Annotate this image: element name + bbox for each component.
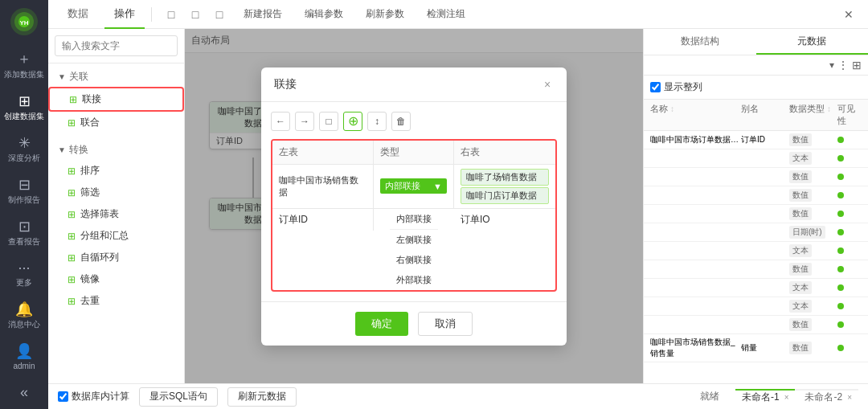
edit-params-button[interactable]: 编辑参数 xyxy=(297,4,351,25)
type-option-left[interactable]: 左侧联接 xyxy=(390,230,438,250)
modal-title: 联接 xyxy=(274,77,297,92)
join-cell-left-2: 订单ID xyxy=(272,209,374,231)
settings-icon[interactable]: ⋮ xyxy=(837,59,849,72)
right-table-option-1[interactable]: 咖啡了场销售数据 xyxy=(461,169,549,186)
view-report-icon: ⊡ xyxy=(18,218,31,235)
sidebar-item-view-report[interactable]: ⊡ 查看报告 xyxy=(0,211,48,253)
join-type-selected-1: 内部联接 xyxy=(385,180,420,192)
tab-action[interactable]: 操作 xyxy=(104,0,145,29)
modal-toolbar-forward[interactable]: → xyxy=(295,112,314,131)
bottom-bar: 数据库内计算 显示SQL语句 刷新元数据 就绪 未命名-1 × 未命名-2 × xyxy=(48,383,868,409)
icon-btn-3[interactable]: □ xyxy=(210,5,229,24)
left-panel: ▼ 关联 ⊞ 联接 ⊞ 联合 ▼ 转换 xyxy=(48,29,185,383)
db-compute-check[interactable] xyxy=(58,391,68,402)
col-type-7: 文本 xyxy=(789,244,837,257)
tab-2-close-icon[interactable]: × xyxy=(847,393,852,402)
sidebar-item-notification[interactable]: 🔔 消息中心 xyxy=(0,294,48,336)
sidebar-item-deep-analysis[interactable]: ✳ 深度分析 xyxy=(0,128,48,170)
filter-item[interactable]: ⊞ 筛选 xyxy=(48,182,184,203)
type-option-inner[interactable]: 内部联接 xyxy=(390,209,438,230)
modal-toolbar-swap[interactable]: ↕ xyxy=(367,112,387,131)
join-table: 左表 类型 右表 咖啡中国市场销售数据 内部联接 xyxy=(271,139,557,292)
col-type-8: 数值 xyxy=(789,263,837,276)
col-visible-4 xyxy=(837,190,862,200)
self-loop-item[interactable]: ⊞ 自循环列 xyxy=(48,247,184,268)
tab-metadata[interactable]: 元数据 xyxy=(756,29,869,55)
col-name-1: 咖啡中国市场订单数据_订单ID xyxy=(650,134,741,145)
main-area: 数据 操作 □ □ □ 新建报告 编辑参数 刷新参数 检测注组 xyxy=(48,0,868,409)
refresh-params-button[interactable]: 刷新参数 xyxy=(358,4,412,25)
join-cell-type-1[interactable]: 内部联接 ▼ xyxy=(374,165,454,208)
bottom-tab-2[interactable]: 未命名-2 × xyxy=(798,391,858,404)
search-input[interactable] xyxy=(55,35,178,56)
sidebar-item-create-dataset[interactable]: ⊞ 创建数据集 xyxy=(0,86,48,128)
collapse-icon: « xyxy=(20,384,28,401)
sidebar-item-add-data[interactable]: ＋ 添加数据集 xyxy=(0,43,48,86)
split-group-item[interactable]: ⊞ 分组和汇总 xyxy=(48,225,184,247)
conditional-filter-item[interactable]: ⊞ 选择筛表 xyxy=(48,203,184,225)
col-row-1: 咖啡中国市场订单数据_订单ID 订单ID 数值 xyxy=(644,131,868,149)
icon-btn-2[interactable]: □ xyxy=(186,5,205,24)
add-data-icon: ＋ xyxy=(17,49,31,68)
dedup-item[interactable]: ⊞ 去重 xyxy=(48,290,184,312)
sidebar-item-more[interactable]: ··· 更多 xyxy=(0,253,48,294)
join-th-right: 右表 xyxy=(454,141,555,164)
link-item[interactable]: ⊞ 联接 xyxy=(48,87,184,112)
right-toolbar: ▾ ⋮ ⊞ xyxy=(644,55,868,76)
col-visible-11 xyxy=(837,320,862,329)
transform-section-header[interactable]: ▼ 转换 xyxy=(48,140,184,160)
sidebar-item-admin[interactable]: 👤 admin xyxy=(0,336,48,378)
join-th-left: 左表 xyxy=(272,141,374,164)
col-table-header: 名称 ↕ 别名 数据类型 ↕ 可见性 xyxy=(644,100,868,131)
col-alias-12: 销量 xyxy=(741,342,789,354)
col-visible-10 xyxy=(837,301,862,311)
modal-toolbar-delete[interactable]: 🗑 xyxy=(391,112,411,131)
close-window-icon[interactable]: ✕ xyxy=(839,5,858,24)
type-option-outer[interactable]: 外部联接 xyxy=(390,270,438,290)
modal-overlay: 联接 × ← → □ ⊕ ↕ 🗑 xyxy=(185,29,643,383)
self-loop-icon: ⊞ xyxy=(68,252,76,264)
col-header-name: 名称 ↕ xyxy=(650,103,741,127)
content-area: ▼ 关联 ⊞ 联接 ⊞ 联合 ▼ 转换 xyxy=(48,29,868,383)
tab-1-close-icon[interactable]: × xyxy=(784,393,789,402)
tab-data-structure[interactable]: 数据结构 xyxy=(644,29,756,55)
col-row-2: 文本 xyxy=(644,149,868,168)
search-box xyxy=(48,29,184,63)
show-sql-button[interactable]: 显示SQL语句 xyxy=(139,387,218,407)
detect-notes-button[interactable]: 检测注组 xyxy=(419,4,473,25)
join-cell-right-1: 咖啡了场销售数据 咖啡门店订单数据 xyxy=(454,165,555,208)
modal-close-button[interactable]: × xyxy=(541,78,554,91)
tab-data[interactable]: 数据 xyxy=(58,0,98,29)
confirm-button[interactable]: 确定 xyxy=(355,312,408,336)
deep-analysis-icon: ✳ xyxy=(18,134,31,152)
more-icon: ··· xyxy=(18,260,30,276)
col-visible-9 xyxy=(837,283,862,292)
modal-toolbar-back[interactable]: ← xyxy=(271,112,290,131)
filter-icon[interactable]: ▾ xyxy=(829,59,834,71)
merge-item[interactable]: ⊞ 联合 xyxy=(48,112,184,133)
col-visible-6 xyxy=(837,227,862,237)
show-columns-checkbox[interactable] xyxy=(650,82,661,92)
sort-item[interactable]: ⊞ 排序 xyxy=(48,160,184,182)
bottom-tab-status: 就绪 xyxy=(694,390,726,403)
icon-btn-1[interactable]: □ xyxy=(162,5,181,24)
refresh-data-button[interactable]: 刷新元数据 xyxy=(227,387,297,407)
modal-toolbar-add[interactable]: ⊕ xyxy=(343,112,362,131)
split-group-icon: ⊞ xyxy=(68,231,76,242)
mirror-item[interactable]: ⊞ 镜像 xyxy=(48,268,184,290)
sidebar-item-collapse[interactable]: « xyxy=(0,378,48,409)
sidebar-item-create-report[interactable]: ⊟ 制作报告 xyxy=(0,170,48,211)
canvas-area: 自动布局 咖啡中国了场销售数据 订单ID 咖啡中国门店订单数据 咖啡中国市场销售… xyxy=(185,29,643,383)
layout-icon[interactable]: ⊞ xyxy=(852,59,862,72)
new-report-button[interactable]: 新建报告 xyxy=(235,4,290,25)
cancel-button[interactable]: 取消 xyxy=(418,312,473,336)
bottom-tab-1[interactable]: 未命名-1 × xyxy=(735,389,796,404)
type-option-right[interactable]: 右侧联接 xyxy=(390,250,438,270)
right-table-option-2[interactable]: 咖啡门店订单数据 xyxy=(461,187,549,204)
join-section-header[interactable]: ▼ 关联 xyxy=(48,67,184,87)
join-row-1: 咖啡中国市场销售数据 内部联接 ▼ 咖啡了场销售数据 xyxy=(272,165,555,209)
join-cell-left-1: 咖啡中国市场销售数据 xyxy=(272,165,374,208)
dedup-icon: ⊞ xyxy=(68,296,76,307)
modal-toolbar-copy[interactable]: □ xyxy=(319,112,338,131)
join-cell-type-2[interactable]: 内部联接 左侧联接 右侧联接 外部联接 xyxy=(374,209,454,290)
